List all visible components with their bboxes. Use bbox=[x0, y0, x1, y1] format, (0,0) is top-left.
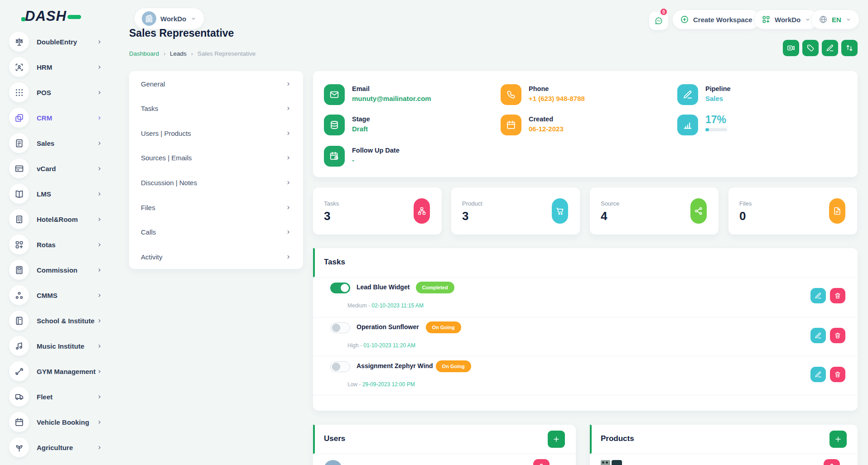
sidebar-item-cmms[interactable]: CMMS bbox=[0, 285, 116, 305]
sidebar-item-label: GYM Management bbox=[37, 368, 96, 375]
school-icon bbox=[9, 311, 29, 331]
cart-icon bbox=[552, 198, 568, 224]
create-workspace-button[interactable]: Create Workspace bbox=[672, 10, 760, 29]
sidebar-item-commission[interactable]: Commission bbox=[0, 260, 116, 280]
add-user-button[interactable] bbox=[548, 431, 565, 448]
sidebar-item-label: Fleet bbox=[37, 393, 53, 401]
delete-task-button[interactable] bbox=[830, 328, 845, 343]
lead-details-card: Emailmunuty@mailinator.comPhone+1 (623) … bbox=[313, 71, 858, 177]
breadcrumb-item[interactable]: Dashboard bbox=[129, 50, 159, 57]
phone-icon bbox=[501, 84, 521, 105]
globe-icon bbox=[819, 15, 828, 24]
sidebar-item-hrm[interactable]: HRM bbox=[0, 57, 116, 77]
task-complete-toggle[interactable] bbox=[330, 361, 350, 372]
user-avatar bbox=[324, 460, 342, 465]
lead-progress-value: 17% bbox=[705, 115, 727, 125]
chevron-right-icon bbox=[96, 64, 102, 70]
chevron-right-icon bbox=[96, 242, 102, 248]
stat-value: 0 bbox=[739, 209, 746, 223]
edit-task-button[interactable] bbox=[810, 367, 826, 382]
sidebar-item-pos[interactable]: POS bbox=[0, 82, 116, 102]
plus-circle-icon bbox=[680, 15, 689, 24]
task-status-badge: Completed bbox=[416, 282, 454, 293]
chevron-right-icon bbox=[96, 318, 102, 324]
edit-task-button[interactable] bbox=[810, 288, 826, 303]
chevron-right-icon bbox=[285, 81, 291, 87]
trash-icon bbox=[537, 463, 546, 465]
sidebar-item-fleet[interactable]: Fleet bbox=[0, 387, 116, 407]
delete-task-button[interactable] bbox=[830, 367, 845, 382]
chevron-right-icon bbox=[285, 229, 291, 235]
lead-menu-item-tasks[interactable]: Tasks bbox=[129, 96, 303, 121]
sidebar-item-rotas[interactable]: Rotas bbox=[0, 235, 116, 254]
task-complete-toggle[interactable] bbox=[330, 283, 350, 293]
lead-menu-item-activity[interactable]: Activity bbox=[129, 244, 303, 269]
workspace-name: WorkDo bbox=[160, 15, 186, 23]
chevron-down-icon bbox=[805, 16, 811, 23]
sidebar-item-school-institute[interactable]: School & Institute bbox=[0, 311, 116, 331]
sidebar-item-vehicle-booking[interactable]: Vehicle Booking bbox=[0, 412, 116, 432]
label-button[interactable] bbox=[802, 40, 819, 56]
plus-icon bbox=[834, 435, 842, 443]
lead-menu-item-general[interactable]: General bbox=[129, 72, 303, 96]
sidebar-item-label: DoubleEntry bbox=[37, 38, 77, 46]
detail-label: Phone bbox=[529, 84, 585, 92]
delete-task-button[interactable] bbox=[830, 288, 845, 303]
lead-menu-item-users-products[interactable]: Users | Products bbox=[129, 121, 303, 145]
stat-value: 3 bbox=[324, 209, 330, 223]
sidebar-item-label: Hotel&Room bbox=[37, 216, 78, 223]
sidebar-item-gym-management[interactable]: GYM Management bbox=[0, 361, 116, 381]
chevron-right-icon bbox=[285, 180, 291, 186]
sidebar-item-doubleentry[interactable]: DoubleEntry bbox=[0, 32, 116, 52]
language-label: EN bbox=[832, 16, 841, 24]
product-image bbox=[601, 460, 623, 465]
sidebar-item-music-institute[interactable]: Music Institute bbox=[0, 336, 116, 356]
remove-product-button[interactable] bbox=[824, 459, 840, 465]
sidebar-item-label: CMMS bbox=[37, 292, 58, 299]
task-row: Operation SunflowerOn GoingHigh - 01-10-… bbox=[313, 317, 858, 356]
workspace-switcher[interactable]: WorkDo bbox=[134, 8, 204, 29]
sidebar-item-vcard[interactable]: vCard bbox=[0, 158, 116, 178]
rotas-icon bbox=[9, 235, 29, 254]
vcard-icon bbox=[9, 158, 29, 178]
sidebar-item-agriculture[interactable]: Agriculture bbox=[0, 437, 116, 457]
task-status-badge: On Going bbox=[436, 360, 471, 372]
detail-label: Stage bbox=[352, 115, 370, 123]
fleet-icon bbox=[9, 387, 29, 407]
detail-value: - bbox=[352, 156, 400, 164]
task-complete-toggle[interactable] bbox=[330, 322, 350, 333]
chevron-right-icon bbox=[285, 155, 291, 161]
commission-icon bbox=[9, 260, 29, 280]
app-root: DASH WorkDo 0 Create Workspace WorkDo EN… bbox=[0, 0, 868, 465]
chevron-right-icon bbox=[96, 445, 102, 451]
hrm-icon bbox=[9, 57, 29, 77]
detail-pipeline: PipelineSales bbox=[677, 84, 731, 105]
convert-button[interactable] bbox=[841, 40, 858, 56]
section-accent bbox=[313, 248, 315, 277]
sidebar-item-lms[interactable]: LMS bbox=[0, 184, 116, 204]
lead-menu-item-discussion-notes[interactable]: Discussion | Notes bbox=[129, 170, 303, 195]
edit-button[interactable] bbox=[822, 40, 838, 56]
remove-user-button[interactable] bbox=[533, 459, 550, 465]
cmms-icon bbox=[9, 285, 29, 305]
sidebar-item-sales[interactable]: Sales bbox=[0, 133, 116, 153]
breadcrumb-item[interactable]: Leads bbox=[170, 50, 187, 57]
menu-item-label: Users | Products bbox=[141, 129, 191, 137]
detail-label: Pipeline bbox=[705, 84, 731, 92]
swap-icon bbox=[845, 44, 854, 52]
detail-value: munuty@mailinator.com bbox=[352, 95, 431, 102]
chevron-right-icon bbox=[285, 205, 291, 211]
lead-menu-item-files[interactable]: Files bbox=[129, 195, 303, 220]
sidebar-item-hotel-room[interactable]: Hotel&Room bbox=[0, 209, 116, 229]
video-call-button[interactable] bbox=[783, 40, 799, 56]
edit-task-button[interactable] bbox=[810, 328, 826, 343]
detail-follow-up-date: Follow Up Date- bbox=[324, 146, 400, 167]
add-product-button[interactable] bbox=[829, 431, 847, 448]
detail-value: Sales bbox=[705, 95, 731, 102]
breadcrumb-item: Sales Representative bbox=[198, 50, 256, 57]
sidebar-item-crm[interactable]: CRM bbox=[0, 108, 116, 128]
workdo-menu-button[interactable]: WorkDo bbox=[754, 10, 819, 29]
lead-menu-item-sources-emails[interactable]: Sources | Emails bbox=[129, 146, 303, 170]
lead-menu-item-calls[interactable]: Calls bbox=[129, 220, 303, 244]
language-selector[interactable]: EN bbox=[811, 10, 859, 29]
